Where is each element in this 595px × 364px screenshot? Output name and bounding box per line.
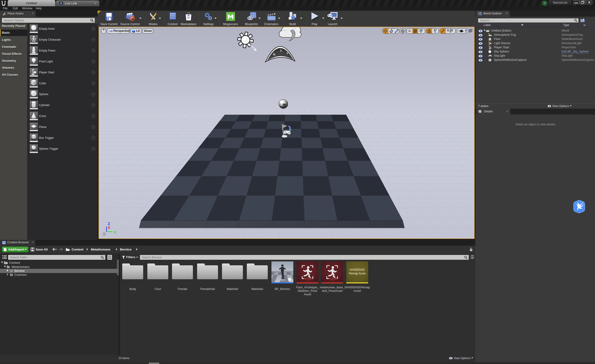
svg-text:X: X xyxy=(108,226,110,230)
svg-text:Z: Z xyxy=(108,222,110,226)
svg-text:i: i xyxy=(480,110,480,113)
svg-text:Y: Y xyxy=(114,231,116,235)
svg-text:?: ? xyxy=(103,233,105,236)
